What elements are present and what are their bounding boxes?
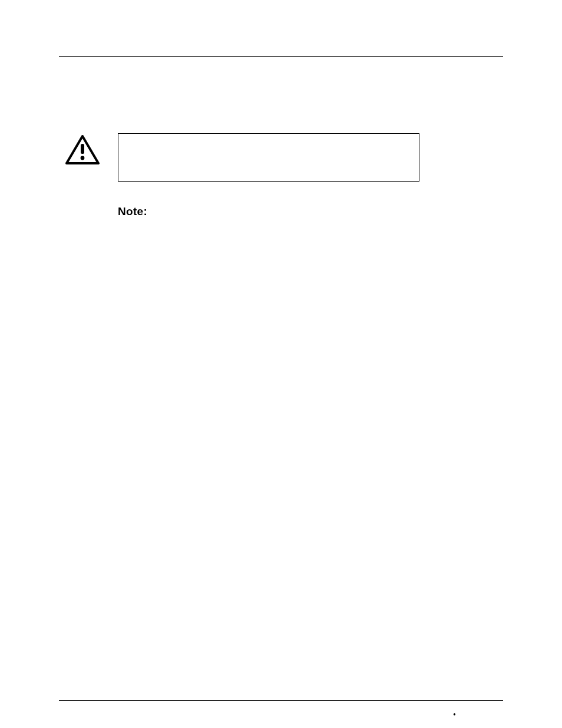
callout-row — [59, 133, 503, 182]
note-label: Note: — [59, 205, 503, 218]
bottom-horizontal-rule — [59, 700, 503, 701]
page-footer: • — [59, 700, 503, 701]
document-page: Note: • — [0, 0, 562, 728]
warning-icon — [65, 134, 100, 167]
callout-box — [118, 133, 419, 182]
footer-bullet: • — [453, 711, 456, 719]
svg-point-1 — [81, 156, 85, 160]
svg-rect-0 — [81, 144, 84, 154]
top-horizontal-rule — [59, 56, 503, 57]
